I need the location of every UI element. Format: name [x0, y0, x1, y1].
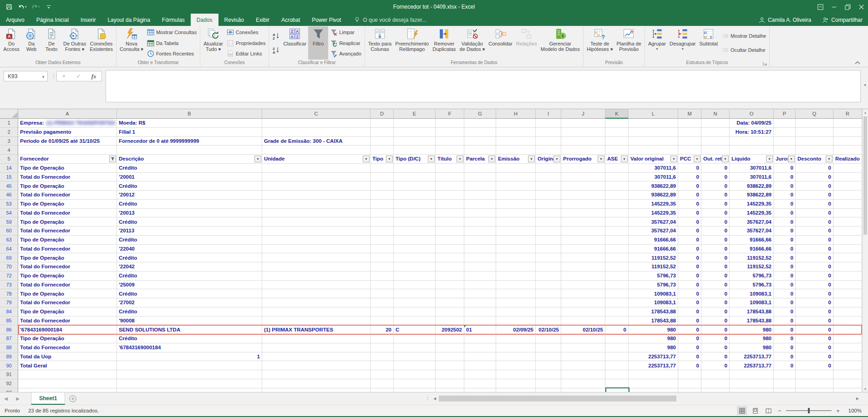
cell-Q88[interactable]: 0 [796, 343, 833, 352]
cell-G64[interactable] [464, 245, 496, 254]
cell-I2[interactable] [536, 128, 561, 137]
cell-L86[interactable]: 980 [629, 325, 678, 334]
cell-M84[interactable]: 0 [678, 307, 701, 317]
cell-H69[interactable] [496, 253, 536, 262]
cell-D84[interactable] [371, 307, 394, 317]
row-header-70[interactable]: 70 [0, 262, 18, 271]
cell-Q73[interactable]: 0 [796, 281, 833, 290]
cell-A70[interactable]: Total do Fornecedor [18, 262, 117, 271]
cell-D79[interactable] [371, 298, 394, 307]
cell-A1[interactable]: Empresa:(1) PRIMAX TRANSPORTES [18, 119, 117, 128]
cell-I90[interactable] [536, 361, 561, 370]
scroll-down-button[interactable]: ▼ [863, 386, 868, 392]
row-header-45[interactable]: 45 [0, 181, 18, 191]
cell-L69[interactable]: 119152,52 [629, 253, 678, 262]
cell-N79[interactable]: 0 [701, 298, 730, 307]
cell-E59[interactable] [394, 217, 436, 226]
cell-F86[interactable]: 2092502 [436, 325, 464, 334]
cell-A86[interactable]: '67843169000184 [18, 325, 117, 334]
cell-D59[interactable] [371, 217, 394, 226]
column-header-Q[interactable]: Q [796, 109, 833, 119]
cell-K84[interactable] [605, 307, 629, 317]
cell-M59[interactable]: 0 [678, 217, 701, 226]
cell-G54[interactable] [464, 209, 496, 218]
cell-A46[interactable]: Total do Fornecedor [18, 191, 117, 200]
mostrar-detalhe-button[interactable]: Mostrar Detalhe [720, 31, 767, 40]
cell-C78[interactable] [262, 289, 371, 298]
cell-K70[interactable] [605, 262, 629, 271]
cell-I89[interactable] [536, 352, 561, 362]
cell-R3[interactable] [833, 137, 862, 146]
cell-B72[interactable]: Crédito [117, 271, 262, 281]
cell-O72[interactable]: 5796,73 [730, 271, 774, 281]
sheet-nav-left-button[interactable]: ◀ [0, 392, 12, 405]
cell-I46[interactable] [536, 191, 561, 200]
cell-A89[interactable]: Total da Uop [18, 352, 117, 362]
row-header-93[interactable]: 93 [0, 388, 18, 392]
row-header-59[interactable]: 59 [0, 217, 18, 226]
da-tabela-button[interactable]: Da Tabela [146, 38, 198, 48]
cell-A69[interactable]: Tipo de Operação [18, 253, 117, 262]
cell-O4[interactable] [730, 146, 774, 155]
cell-M1[interactable] [678, 119, 701, 128]
avancado-button[interactable]: Avançado [329, 49, 363, 59]
cell-L60[interactable]: 357627,04 [629, 226, 678, 236]
row-header-79[interactable]: 79 [0, 298, 18, 307]
filter-dropdown-I[interactable]: ▼ [553, 156, 560, 162]
cell-K88[interactable] [605, 343, 629, 352]
cell-K69[interactable] [605, 253, 629, 262]
cell-H45[interactable] [496, 181, 536, 191]
zoom-slider[interactable] [786, 410, 832, 411]
cell-J4[interactable] [561, 146, 605, 155]
cell-R88[interactable] [833, 343, 862, 352]
cell-M63[interactable]: 0 [678, 236, 701, 245]
cell-G78[interactable] [464, 289, 496, 298]
cell-P53[interactable]: 0 [774, 200, 796, 209]
cell-O70[interactable]: 119152,52 [730, 262, 774, 271]
cell-F89[interactable] [436, 352, 464, 362]
cell-D87[interactable] [371, 334, 394, 343]
cell-M93[interactable] [678, 388, 701, 392]
tab-acrobat[interactable]: Acrobat [275, 14, 306, 26]
row-header-46[interactable]: 46 [0, 191, 18, 200]
cell-I72[interactable] [536, 271, 561, 281]
cell-M54[interactable]: 0 [678, 209, 701, 218]
column-header-K[interactable]: K [605, 109, 629, 119]
cell-B46[interactable]: '20012 [117, 191, 262, 200]
cell-N3[interactable] [701, 137, 730, 146]
conexoes-button[interactable]: Conexões [225, 28, 267, 37]
cell-H14[interactable] [496, 164, 536, 173]
cell-H63[interactable] [496, 236, 536, 245]
cell-L72[interactable]: 5796,73 [629, 271, 678, 281]
cell-J59[interactable] [561, 217, 605, 226]
cell-D86[interactable]: 20 [371, 325, 394, 334]
cell-L2[interactable] [629, 128, 678, 137]
cell-G59[interactable] [464, 217, 496, 226]
cell-I3[interactable] [536, 137, 561, 146]
cell-E88[interactable] [394, 343, 436, 352]
cell-N53[interactable]: 0 [701, 200, 730, 209]
cell-O46[interactable]: 938622,89 [730, 191, 774, 200]
cell-O64[interactable]: 91666,66 [730, 245, 774, 254]
reaplicar-button[interactable]: Reaplicar [329, 38, 363, 48]
cell-D93[interactable] [371, 388, 394, 392]
cell-F84[interactable] [436, 307, 464, 317]
cell-H72[interactable] [496, 271, 536, 281]
cell-A84[interactable]: Tipo de Operação [18, 307, 117, 317]
cell-C3[interactable]: Grade de Emissão: 300 - CAIXA [262, 137, 371, 146]
cell-O90[interactable]: 2253713,77 [730, 361, 774, 370]
filter-dropdown-O[interactable]: ▼ [766, 156, 773, 162]
cell-R84[interactable] [833, 307, 862, 317]
filter-dropdown-Q[interactable]: ▼ [826, 156, 832, 162]
column-header-R[interactable]: R [833, 109, 862, 119]
cell-M53[interactable]: 0 [678, 200, 701, 209]
cell-K85[interactable] [605, 317, 629, 326]
filter-dropdown-P[interactable]: ▼ [788, 156, 795, 162]
cell-M60[interactable]: 0 [678, 226, 701, 236]
cell-M88[interactable]: 0 [678, 343, 701, 352]
cell-O78[interactable]: 109083,1 [730, 289, 774, 298]
cell-M4[interactable] [678, 146, 701, 155]
cell-Q14[interactable]: 0 [796, 164, 833, 173]
cell-I79[interactable] [536, 298, 561, 307]
cell-D88[interactable] [371, 343, 394, 352]
